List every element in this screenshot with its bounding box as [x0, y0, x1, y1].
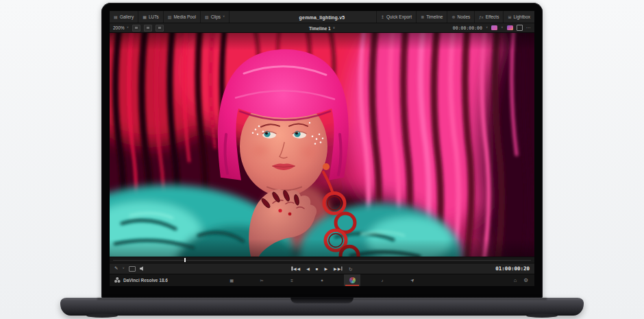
viewer-tools: ✎ ∨: [110, 266, 145, 272]
app-branding: DaVinci Resolve 18.6: [110, 278, 168, 283]
lightbox-icon: ⊞: [508, 15, 511, 19]
expand-viewer-button[interactable]: [517, 25, 523, 31]
davinci-resolve-logo-icon: [114, 280, 117, 283]
color-page-icon: [349, 277, 356, 283]
quick-export-icon: ↥: [381, 15, 384, 19]
tab-edit-page[interactable]: ≡: [284, 274, 300, 286]
top-toolbar: ▤ Gallery ▦ LUTs ▥ Media Pool ▧: [110, 11, 534, 23]
laptop-screen: ▤ Gallery ▦ LUTs ▥ Media Pool ▧: [101, 3, 543, 298]
edit-page-icon: ≡: [290, 279, 293, 283]
timeline-scrubber[interactable]: [110, 257, 534, 263]
viewer-image: [110, 33, 534, 257]
chevron-down-icon: ∨: [122, 267, 124, 270]
gallery-label: Gallery: [120, 14, 134, 19]
fusion-page-icon: ✶: [320, 279, 323, 283]
home-button[interactable]: ⌂: [514, 278, 517, 283]
zoom-level-select[interactable]: 200%: [113, 25, 125, 30]
playhead[interactable]: [184, 258, 186, 262]
wipe-mode-button[interactable]: [129, 266, 136, 272]
chevron-down-icon: ∨: [333, 26, 335, 29]
lid-notch: [290, 298, 354, 304]
toggle-icon: [158, 27, 161, 29]
laptop-base: [60, 298, 584, 316]
viewer-zoom-controls: 200% ∨: [113, 25, 164, 32]
viewer-header-right: 00:00:00:00 ∨ ∨ ⋯: [453, 25, 531, 31]
fairlight-page-icon: ♪: [382, 279, 384, 283]
toolbar-right-group: ↥ Quick Export ≣ Timeline ⊛ Nodes ƒx: [376, 11, 534, 23]
play-button[interactable]: ▶: [324, 267, 327, 271]
tab-fusion-page[interactable]: ✶: [314, 274, 330, 286]
page-background: ▤ Gallery ▦ LUTs ▥ Media Pool ▧: [0, 0, 644, 319]
go-to-start-button[interactable]: ◀◀: [291, 267, 300, 271]
luts-button[interactable]: ▦ LUTs: [138, 11, 162, 23]
davinci-resolve-window: ▤ Gallery ▦ LUTs ▥ Media Pool ▧: [110, 11, 534, 286]
viewer-header: 200% ∨ Timeline 1 ∨ 00:00:00:00 ∨: [110, 23, 534, 33]
quick-export-label: Quick Export: [386, 14, 412, 19]
luts-icon: ▦: [143, 15, 147, 19]
chevron-down-icon: ∨: [501, 26, 503, 29]
page-switcher: ▦ ✂ ≡ ✶ ♪ ➤: [223, 274, 421, 286]
app-version: DaVinci Resolve 18.6: [123, 278, 168, 283]
nodes-icon: ⊛: [451, 15, 455, 19]
effects-icon: ƒx: [479, 15, 483, 19]
quick-export-button[interactable]: ↥ Quick Export: [377, 11, 416, 23]
lightbox-label: Lightbox: [513, 14, 530, 19]
clips-icon: ▧: [205, 15, 209, 19]
viewer-toggle-button-2[interactable]: [144, 25, 152, 32]
tab-deliver-page[interactable]: ➤: [404, 274, 421, 286]
timeline-button[interactable]: ≣ Timeline: [416, 11, 447, 23]
stop-button[interactable]: ■: [316, 267, 319, 271]
deliver-page-icon: ➤: [409, 277, 415, 283]
gallery-icon: ▤: [114, 15, 118, 19]
project-title: gemma_lighting.v5: [299, 14, 345, 19]
lightbox-button[interactable]: ⊞ Lightbox: [503, 11, 534, 23]
loop-button[interactable]: ↻: [349, 266, 353, 271]
master-timecode: 01:00:00:20: [495, 265, 534, 272]
chevron-down-icon: ∨: [486, 26, 488, 29]
page-bar: DaVinci Resolve 18.6 ▦ ✂ ≡ ✶ ♪ ➤ ⌂ ⚙: [110, 274, 534, 286]
tab-cut-page[interactable]: ✂: [253, 274, 270, 286]
macbook-pro: ▤ Gallery ▦ LUTs ▥ Media Pool ▧: [0, 0, 644, 319]
step-back-button[interactable]: ◀: [306, 267, 310, 271]
page-bar-right: ⌂ ⚙: [514, 278, 534, 283]
media-pool-button[interactable]: ▥ Media Pool: [163, 11, 200, 23]
toggle-icon: [135, 27, 138, 29]
luts-label: LUTs: [149, 14, 159, 19]
color-viewer-button[interactable]: [507, 25, 513, 30]
viewer-options-button[interactable]: ⋯: [526, 25, 532, 30]
media-pool-icon: ▥: [168, 15, 172, 19]
timeline-icon: ≣: [421, 15, 424, 19]
tab-fairlight-page[interactable]: ♪: [374, 274, 391, 286]
gallery-button[interactable]: ▤ Gallery: [110, 11, 138, 23]
viewer-toggle-button-1[interactable]: [132, 25, 140, 32]
timeline-label: Timeline: [426, 14, 443, 19]
media-page-icon: ▦: [230, 279, 234, 283]
tab-color-page[interactable]: [344, 274, 360, 286]
audio-mute-button[interactable]: [140, 266, 145, 272]
timeline-selector[interactable]: Timeline 1 ∨: [309, 25, 335, 30]
chevron-down-icon: ∨: [223, 15, 225, 19]
clips-button[interactable]: ▧ Clips ∨: [200, 11, 229, 23]
effects-button[interactable]: ƒx Effects: [474, 11, 503, 23]
nodes-button[interactable]: ⊛ Nodes: [447, 11, 474, 23]
viewer-photo: [110, 33, 534, 257]
toolbar-left-group: ▤ Gallery ▦ LUTs ▥ Media Pool ▧: [110, 11, 230, 23]
settings-button[interactable]: ⚙: [523, 278, 528, 283]
media-pool-label: Media Pool: [173, 14, 196, 19]
nodes-label: Nodes: [457, 14, 470, 19]
annotation-tool-button[interactable]: ✎: [114, 266, 118, 271]
effects-label: Effects: [486, 14, 499, 19]
timeline-name: Timeline 1: [309, 25, 331, 30]
viewer-toggle-button-3[interactable]: [156, 25, 164, 32]
rubber-foot: [86, 314, 118, 318]
tab-media-page[interactable]: ▦: [223, 274, 240, 286]
transport-controls: ◀◀ ◀ ■ ▶ ▶▶ ↻: [291, 266, 352, 271]
chevron-down-icon: ∨: [127, 26, 129, 29]
toggle-icon: [147, 27, 149, 29]
transport-bar: ✎ ∨ ◀◀ ◀ ■ ▶ ▶▶ ↻ 01:00:00:20: [110, 263, 534, 274]
rubber-foot: [526, 314, 558, 318]
scopes-button[interactable]: [491, 25, 497, 30]
clip-timecode: 00:00:00:00: [453, 25, 482, 31]
clips-label: Clips: [211, 14, 221, 19]
go-to-end-button[interactable]: ▶▶: [334, 267, 343, 271]
